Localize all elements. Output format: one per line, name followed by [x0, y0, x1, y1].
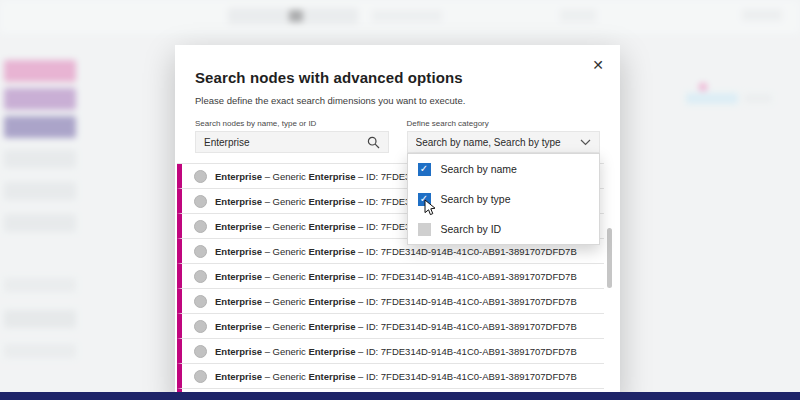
- search-field-label: Search nodes by name, type or ID: [195, 119, 389, 128]
- result-row-label: Enterprise – Generic Enterprise – ID: 7F…: [215, 346, 577, 357]
- result-row[interactable]: Enterprise – Generic Enterprise – ID: 7F…: [177, 339, 604, 364]
- dropdown-option-search-by-name[interactable]: Search by name: [408, 154, 600, 184]
- bottom-bar: [0, 392, 800, 400]
- search-field-group: Search nodes by name, type or ID: [195, 119, 389, 153]
- close-icon[interactable]: ✕: [592, 58, 604, 72]
- checkbox-unchecked-icon[interactable]: [418, 223, 431, 236]
- result-row[interactable]: Enterprise – Generic Enterprise – ID: 7F…: [177, 289, 604, 314]
- result-row-label: Enterprise – Generic Enterprise – ID: 7F…: [215, 371, 577, 382]
- node-icon: [194, 295, 207, 308]
- category-dropdown-panel: Search by name Search by type Sea: [407, 153, 601, 245]
- dropdown-option-label: Search by ID: [441, 223, 502, 235]
- chevron-down-icon[interactable]: [580, 139, 591, 146]
- category-dropdown[interactable]: Search by name, Search by type: [407, 131, 601, 153]
- node-icon: [194, 370, 207, 383]
- search-nodes-dialog: ✕ Search nodes with advanced options Ple…: [175, 45, 620, 400]
- dialog-title: Search nodes with advanced options: [195, 69, 600, 86]
- checkbox-checked-icon[interactable]: [418, 163, 431, 176]
- node-icon: [194, 220, 207, 233]
- result-row-label: Enterprise – Generic Enterprise – ID: 7F…: [215, 246, 577, 257]
- dropdown-option-search-by-type[interactable]: Search by type: [408, 184, 600, 214]
- node-icon: [194, 270, 207, 283]
- search-icon[interactable]: [367, 136, 380, 149]
- result-row[interactable]: Enterprise – Generic Enterprise – ID: 7F…: [177, 364, 604, 389]
- dropdown-option-label: Search by type: [441, 193, 511, 205]
- category-dropdown-value: Search by name, Search by type: [416, 137, 561, 148]
- result-row-label: Enterprise – Generic Enterprise – ID: 7F…: [215, 321, 577, 332]
- search-input[interactable]: [204, 137, 367, 148]
- dialog-subtitle: Please define the exact search dimension…: [195, 95, 600, 106]
- node-icon: [194, 320, 207, 333]
- node-icon: [194, 170, 207, 183]
- search-fields: Search nodes by name, type or ID Define …: [195, 119, 600, 153]
- dropdown-option-label: Search by name: [441, 163, 517, 175]
- result-row[interactable]: Enterprise – Generic Enterprise – ID: 7F…: [177, 314, 604, 339]
- result-row[interactable]: Enterprise – Generic Enterprise – ID: 7F…: [177, 264, 604, 289]
- search-input-box[interactable]: [195, 131, 389, 153]
- scrollbar-thumb[interactable]: [607, 228, 612, 288]
- dialog-header: Search nodes with advanced options Pleas…: [175, 45, 620, 153]
- node-icon: [194, 245, 207, 258]
- mouse-cursor-icon: [424, 199, 437, 220]
- result-row-label: Enterprise – Generic Enterprise – ID: 7F…: [215, 271, 577, 282]
- node-icon: [194, 345, 207, 358]
- category-field-group: Define search category Search by name, S…: [407, 119, 601, 153]
- node-icon: [194, 195, 207, 208]
- category-field-label: Define search category: [407, 119, 601, 128]
- result-row-label: Enterprise – Generic Enterprise – ID: 7F…: [215, 296, 577, 307]
